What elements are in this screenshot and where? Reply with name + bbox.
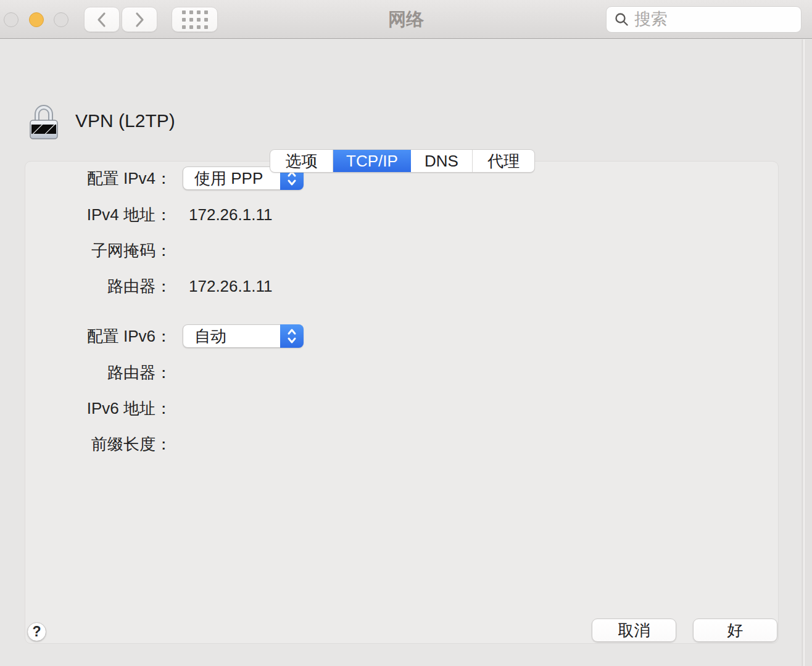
row-prefix-length: 前缀长度： bbox=[25, 432, 642, 456]
show-all-button[interactable] bbox=[172, 7, 218, 32]
forward-button[interactable] bbox=[122, 7, 157, 32]
configure-ipv4-label: 配置 IPv4： bbox=[25, 168, 172, 189]
ok-button[interactable]: 好 bbox=[693, 619, 777, 642]
row-ipv4-router: 路由器： 172.26.1.11 bbox=[25, 274, 642, 298]
ipv4-address-value: 172.26.1.11 bbox=[189, 205, 272, 224]
row-ipv4-address: IPv4 地址： 172.26.1.11 bbox=[25, 203, 642, 226]
ipv6-router-label: 路由器： bbox=[25, 362, 172, 384]
row-subnet-mask: 子网掩码： bbox=[25, 239, 642, 262]
search-input[interactable] bbox=[634, 10, 789, 29]
prefix-length-label: 前缀长度： bbox=[25, 434, 172, 455]
ipv6-configure-value: 自动 bbox=[194, 326, 226, 347]
zoom-button[interactable] bbox=[54, 12, 68, 27]
tab-bar: 选项 TCP/IP DNS 代理 bbox=[270, 149, 535, 173]
tab-tcpip[interactable]: TCP/IP bbox=[333, 150, 411, 172]
ipv6-configure-select[interactable]: 自动 bbox=[183, 324, 304, 348]
chevron-left-icon bbox=[95, 11, 109, 28]
chevron-up-down-icon bbox=[280, 324, 304, 348]
back-button[interactable] bbox=[84, 7, 120, 32]
ipv4-address-label: IPv4 地址： bbox=[25, 204, 172, 226]
ipv6-address-label: IPv6 地址： bbox=[25, 398, 172, 419]
row-ipv6-router: 路由器： bbox=[25, 361, 642, 384]
tab-options[interactable]: 选项 bbox=[270, 150, 333, 172]
grid-icon bbox=[182, 10, 208, 29]
row-ipv6-address: IPv6 地址： bbox=[25, 397, 642, 420]
close-button[interactable] bbox=[4, 12, 19, 27]
search-icon bbox=[615, 12, 629, 27]
titlebar: 网络 bbox=[0, 0, 812, 39]
subnet-mask-label: 子网掩码： bbox=[25, 240, 172, 261]
ipv4-configure-value: 使用 PPP bbox=[194, 168, 263, 189]
ipv4-router-label: 路由器： bbox=[25, 276, 172, 297]
ipv4-router-value: 172.26.1.11 bbox=[189, 277, 272, 296]
configure-ipv6-label: 配置 IPv6： bbox=[25, 326, 172, 347]
desktop-edge-strip bbox=[803, 39, 812, 666]
cancel-button[interactable]: 取消 bbox=[592, 619, 676, 642]
chevron-right-icon bbox=[133, 11, 146, 28]
tab-dns[interactable]: DNS bbox=[411, 150, 473, 172]
connection-name: VPN (L2TP) bbox=[75, 110, 175, 131]
row-configure-ipv6: 配置 IPv6： 自动 bbox=[25, 324, 642, 348]
search-field[interactable] bbox=[606, 6, 802, 33]
tab-proxy[interactable]: 代理 bbox=[473, 150, 534, 172]
minimize-button[interactable] bbox=[29, 12, 44, 27]
connection-header: VPN (L2TP) bbox=[28, 101, 175, 141]
help-button[interactable]: ? bbox=[27, 622, 46, 641]
vpn-lock-icon bbox=[28, 101, 59, 141]
content-area: VPN (L2TP) 选项 TCP/IP DNS 代理 配置 IPv4： 使用 … bbox=[0, 39, 803, 666]
